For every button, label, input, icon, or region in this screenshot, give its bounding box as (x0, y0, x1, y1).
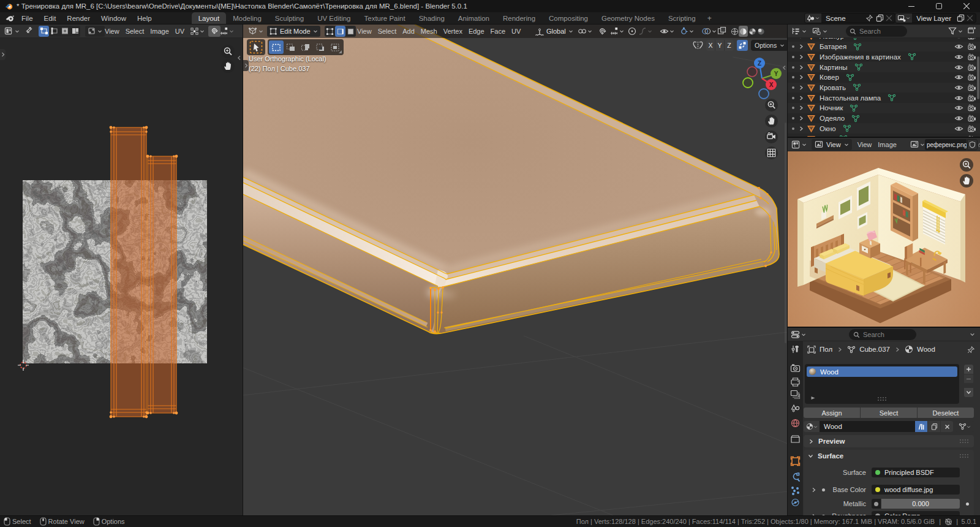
animate-dot[interactable] (966, 502, 969, 506)
copy-material-button[interactable] (928, 421, 940, 432)
expand-chevron-icon[interactable] (799, 85, 804, 90)
vp-toolbar-expand-arrow[interactable] (243, 60, 249, 71)
node-tree-filter-dropdown[interactable] (956, 421, 974, 432)
hide-in-viewport-toggle[interactable] (954, 74, 963, 81)
uv-menu-view[interactable]: View (102, 28, 123, 35)
blender-app-menu-icon[interactable] (5, 15, 15, 23)
uv-zoom-button[interactable] (221, 44, 235, 61)
img-menu-image[interactable]: Image (875, 141, 900, 148)
uv-pivot-dropdown[interactable] (190, 27, 205, 36)
view-layer-selector[interactable]: View Layer (895, 13, 976, 23)
outliner-scrollbar[interactable] (977, 56, 979, 99)
active-tool-tweak[interactable] (247, 39, 265, 55)
hide-in-viewport-toggle[interactable] (954, 125, 963, 132)
breadcrumb-object-name[interactable]: Пол (820, 346, 832, 353)
expand-chevron-icon[interactable] (799, 55, 804, 59)
tab-physics-icon[interactable] (792, 499, 799, 506)
workspace-tab-animation[interactable]: Animation (451, 12, 496, 25)
disable-in-renders-toggle[interactable] (968, 125, 976, 132)
shading-solid-button[interactable] (739, 26, 748, 37)
tool-select-extend[interactable] (284, 40, 298, 54)
properties-options-chevron[interactable] (970, 332, 975, 337)
uv-menu-image[interactable]: Image (147, 28, 172, 35)
workspace-tab-modeling[interactable]: Modeling (226, 12, 268, 25)
uv-menu-uv[interactable]: UV (172, 28, 187, 35)
outliner-row[interactable]: Одеяло (788, 113, 980, 124)
viewport-3d-area[interactable]: Edit Mode View Select Add Mesh Vertex Ed… (243, 25, 787, 515)
pin-icon[interactable] (967, 346, 975, 354)
disable-in-renders-toggle[interactable] (968, 135, 976, 137)
show-object-types-dropdown[interactable] (660, 27, 674, 36)
mode-dropdown[interactable]: Edit Mode (267, 26, 320, 37)
menu-help[interactable]: Help (132, 12, 157, 25)
preview-panel-header[interactable]: Preview (804, 435, 974, 447)
vp-menu-edge[interactable]: Edge (466, 28, 488, 35)
uv-region-collapse-arrow[interactable] (237, 54, 241, 63)
outliner-row[interactable]: Батарея (788, 42, 980, 52)
outliner-row[interactable]: Окно (788, 123, 980, 134)
workspace-tab-texture-paint[interactable]: Texture Paint (358, 12, 412, 25)
img-menu-view[interactable]: View (854, 141, 875, 148)
breadcrumb-material-name[interactable]: Wood (917, 346, 935, 353)
vp-sidebar-arrow[interactable] (782, 64, 786, 72)
vp-menu-mesh[interactable]: Mesh (418, 28, 440, 35)
uv-snap-toggle[interactable] (208, 26, 221, 37)
close-button[interactable] (952, 0, 980, 12)
expand-chevron-icon[interactable] (799, 105, 804, 110)
assign-button[interactable]: Assign (804, 408, 860, 418)
expand-chevron-icon[interactable] (799, 126, 804, 131)
hide-in-viewport-toggle[interactable] (954, 94, 963, 102)
plank-mesh[interactable] (243, 25, 779, 334)
tab-collection-icon[interactable] (791, 436, 799, 442)
shading-wireframe-button[interactable] (730, 26, 739, 37)
options-dropdown[interactable]: Options (751, 40, 787, 51)
outliner-search-box[interactable]: Search (846, 26, 907, 37)
material-slot-active[interactable]: Wood (807, 366, 957, 377)
menu-window[interactable]: Window (96, 12, 132, 25)
vp-menu-select[interactable]: Select (375, 28, 400, 35)
vp-menu-uv[interactable]: UV (508, 28, 524, 35)
disable-in-renders-toggle[interactable] (968, 84, 976, 91)
menu-edit[interactable]: Edit (39, 12, 62, 25)
browse-material-dropdown[interactable] (804, 421, 820, 432)
tab-view-layer-icon[interactable] (791, 391, 800, 399)
vp-zoom-button[interactable] (764, 98, 778, 112)
copy-view-layer-icon[interactable] (957, 14, 965, 22)
tool-select-invert[interactable] (313, 40, 328, 54)
tab-output-icon[interactable] (791, 378, 799, 386)
uv-toolbar-expand-arrow[interactable] (0, 49, 6, 60)
image-name-field[interactable]: референс.png (925, 139, 967, 150)
object-name-label[interactable]: Изображения в картинах (820, 53, 901, 61)
uv-menu-select[interactable]: Select (123, 28, 148, 35)
xray-toggle[interactable] (717, 26, 726, 37)
object-name-label[interactable]: Окно (820, 125, 836, 132)
base-color-value-button[interactable]: wood diffuse.jpg (872, 485, 960, 495)
view-layer-icon[interactable] (895, 13, 912, 23)
expand-chevron-icon[interactable] (799, 116, 804, 121)
expand-chevron-icon[interactable] (799, 96, 804, 100)
unlink-material-button[interactable] (941, 421, 953, 432)
disable-in-renders-toggle[interactable] (968, 53, 976, 61)
viewport-editor-type-dropdown[interactable] (248, 27, 263, 36)
object-name-label[interactable]: Одеяло (820, 115, 845, 122)
hide-in-viewport-toggle[interactable] (954, 135, 963, 137)
network-offline-icon[interactable] (944, 518, 952, 526)
disable-in-renders-toggle[interactable] (968, 43, 976, 50)
workspace-tab-shading[interactable]: Shading (412, 12, 451, 25)
scene-name[interactable]: Scene (821, 15, 864, 22)
tab-render-icon[interactable] (791, 365, 800, 372)
uv-sync-selection-toggle[interactable] (24, 26, 34, 36)
vp-menu-vertex[interactable]: Vertex (440, 28, 466, 35)
shading-material-button[interactable] (748, 26, 756, 37)
mirror-x-button[interactable]: X (706, 40, 715, 51)
vp-camera-view-button[interactable] (764, 130, 778, 144)
tool-select-intersect[interactable] (328, 40, 342, 54)
hide-in-viewport-toggle[interactable] (954, 84, 963, 91)
metallic-node-chip[interactable] (872, 499, 881, 509)
expand-chevron-icon[interactable] (799, 65, 804, 70)
vp-pan-button[interactable] (764, 114, 778, 128)
object-name-label[interactable]: Кровать (820, 84, 846, 91)
scene-icon[interactable] (805, 13, 821, 23)
maximize-button[interactable] (925, 0, 952, 12)
proportional-editing-toggle[interactable] (628, 27, 652, 36)
